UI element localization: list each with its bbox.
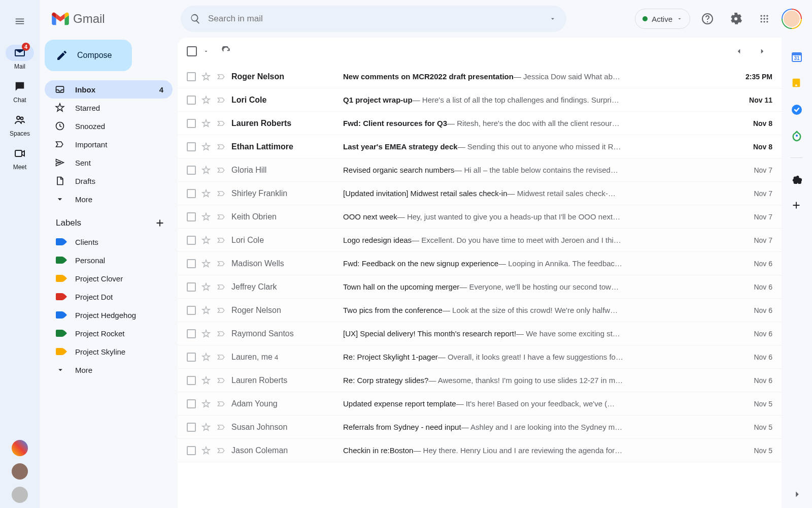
contacts-addon[interactable] (791, 130, 803, 142)
mail-row[interactable]: Lauren, me4 Re: Project Skylight 1-pager… (178, 345, 782, 369)
mail-row[interactable]: Gloria Hill Revised organic search numbe… (178, 158, 782, 182)
mail-row[interactable]: Jeffrey Clark Town hall on the upcoming … (178, 275, 782, 299)
importance-button[interactable] (216, 282, 226, 292)
next-page-button[interactable] (752, 41, 772, 61)
rail-item-mail[interactable]: 4 Mail (3, 42, 37, 73)
importance-button[interactable] (216, 72, 226, 82)
mail-row[interactable]: Ethan Lattimore Last year's EMEA strateg… (178, 135, 782, 158)
importance-button[interactable] (216, 422, 226, 432)
mail-row[interactable]: Susan Johnson Referrals from Sydney - ne… (178, 416, 782, 439)
prev-page-button[interactable] (729, 41, 749, 61)
star-button[interactable] (201, 329, 211, 339)
mail-row[interactable]: Lauren Roberts Fwd: Client resources for… (178, 112, 782, 135)
tasks-addon[interactable] (791, 104, 803, 116)
mail-row[interactable]: Jason Coleman Checkin in re:BostonHey th… (178, 439, 782, 462)
star-button[interactable] (201, 118, 211, 129)
mail-row[interactable]: Adam Young Updated expense report templa… (178, 392, 782, 416)
mail-row[interactable]: Roger Nelson Two pics from the conferenc… (178, 299, 782, 322)
row-checkbox[interactable] (187, 259, 196, 268)
compose-button[interactable]: Compose (45, 40, 132, 71)
rail-item-spaces[interactable]: Spaces (3, 109, 37, 140)
rail-item-chat[interactable]: Chat (3, 75, 37, 107)
label-item-personal[interactable]: Personal (45, 251, 173, 269)
keep-addon[interactable] (791, 77, 803, 89)
row-checkbox[interactable] (187, 142, 196, 151)
importance-button[interactable] (216, 259, 226, 269)
nav-item-inbox[interactable]: Inbox4 (45, 80, 173, 99)
row-checkbox[interactable] (187, 376, 196, 385)
label-item-clients[interactable]: Clients (45, 233, 173, 251)
star-button[interactable] (201, 446, 211, 456)
add-label-button[interactable] (154, 217, 165, 229)
nav-item-drafts[interactable]: Drafts (45, 172, 173, 190)
row-checkbox[interactable] (187, 166, 196, 175)
star-button[interactable] (201, 165, 211, 175)
nav-item-sent[interactable]: Sent (45, 153, 173, 172)
importance-button[interactable] (216, 375, 226, 386)
add-button[interactable] (791, 200, 803, 212)
star-button[interactable] (201, 259, 211, 269)
row-checkbox[interactable] (187, 236, 196, 245)
mail-row[interactable]: Raymond Santos [UX] Special delivery! Th… (178, 322, 782, 345)
mail-row[interactable]: Lauren Roberts Re: Corp strategy slides?… (178, 369, 782, 392)
calendar-addon[interactable]: 31 (791, 51, 803, 63)
star-button[interactable] (201, 142, 211, 152)
mail-row[interactable]: Keith Obrien OOO next weekHey, just want… (178, 205, 782, 229)
mail-row[interactable]: Lori Cole Logo redesign ideasExcellent. … (178, 229, 782, 252)
labels-more[interactable]: More (45, 361, 173, 379)
status-chip[interactable]: Active (635, 9, 690, 29)
label-item-project-hedgehog[interactable]: Project Hedgehog (45, 306, 173, 324)
importance-button[interactable] (216, 446, 226, 456)
star-button[interactable] (201, 422, 211, 432)
refresh-button[interactable] (216, 41, 236, 61)
side-panel-toggle[interactable] (792, 489, 803, 500)
account-avatar[interactable] (782, 9, 802, 29)
apps-button[interactable] (753, 8, 775, 30)
label-item-project-clover[interactable]: Project Clover (45, 269, 173, 288)
settings-button[interactable] (725, 8, 747, 30)
row-checkbox[interactable] (187, 282, 196, 292)
rail-chat-avatar-1[interactable] (12, 463, 28, 480)
label-item-project-rocket[interactable]: Project Rocket (45, 324, 173, 342)
mail-row[interactable]: Shirley Franklin [Updated invitation] Mi… (178, 182, 782, 205)
nav-item-more[interactable]: More (45, 190, 173, 208)
importance-button[interactable] (216, 165, 226, 175)
nav-item-important[interactable]: Important (45, 135, 173, 153)
rail-app-shortcut-1[interactable] (12, 440, 28, 456)
row-checkbox[interactable] (187, 329, 196, 338)
importance-button[interactable] (216, 188, 226, 199)
label-item-project-dot[interactable]: Project Dot (45, 288, 173, 306)
importance-button[interactable] (216, 235, 226, 245)
select-dropdown[interactable] (200, 45, 212, 57)
label-item-project-skyline[interactable]: Project Skyline (45, 342, 173, 361)
nav-item-snoozed[interactable]: Snoozed (45, 117, 173, 135)
row-checkbox[interactable] (187, 423, 196, 432)
rail-chat-avatar-2[interactable] (12, 487, 28, 503)
row-checkbox[interactable] (187, 399, 196, 408)
select-all-checkbox[interactable] (187, 46, 197, 56)
star-button[interactable] (201, 375, 211, 386)
support-button[interactable] (696, 8, 719, 30)
search-bar[interactable] (181, 6, 566, 32)
row-checkbox[interactable] (187, 306, 196, 315)
star-button[interactable] (201, 212, 211, 222)
star-button[interactable] (201, 305, 211, 315)
mail-row[interactable]: Roger Nelson New comments on MCR2022 dra… (178, 65, 782, 88)
star-button[interactable] (201, 282, 211, 292)
row-checkbox[interactable] (187, 353, 196, 362)
get-addons-button[interactable] (791, 173, 803, 185)
importance-button[interactable] (216, 142, 226, 152)
star-button[interactable] (201, 188, 211, 199)
mail-row[interactable]: Lori Cole Q1 project wrap-upHere's a lis… (178, 88, 782, 112)
importance-button[interactable] (216, 352, 226, 362)
search-options-icon[interactable] (549, 15, 556, 22)
star-button[interactable] (201, 352, 211, 362)
row-checkbox[interactable] (187, 446, 196, 455)
importance-button[interactable] (216, 305, 226, 315)
search-input[interactable] (208, 14, 557, 24)
row-checkbox[interactable] (187, 119, 196, 128)
importance-button[interactable] (216, 329, 226, 339)
star-button[interactable] (201, 399, 211, 409)
row-checkbox[interactable] (187, 72, 196, 81)
nav-item-starred[interactable]: Starred (45, 99, 173, 117)
